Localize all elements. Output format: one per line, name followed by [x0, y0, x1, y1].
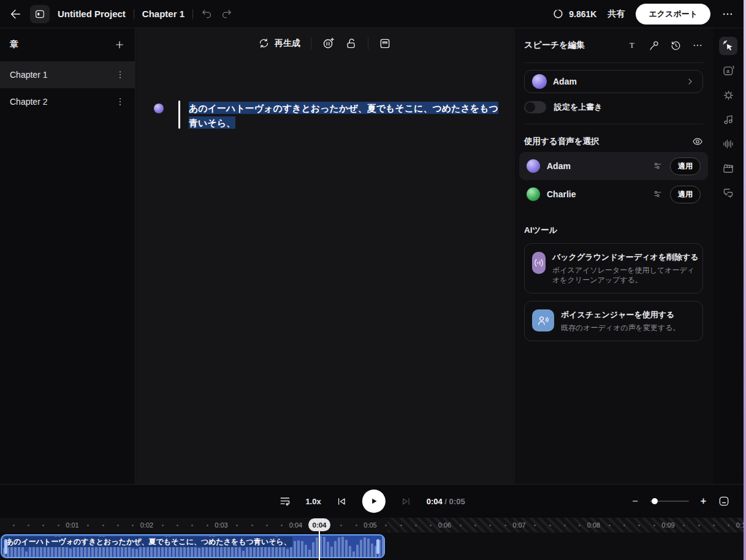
- toolbar-divider: [311, 37, 311, 50]
- editor-toolbar: 再生成: [136, 37, 513, 50]
- panel-more-icon[interactable]: [692, 40, 703, 51]
- ruler-tick-dot: [474, 524, 476, 526]
- ruler-tick-dot: [102, 524, 104, 526]
- clip-resize-handle-right[interactable]: [376, 539, 379, 554]
- studio-app: Untitled Project Chapter 1 9.861K 共有 エクス…: [0, 0, 746, 560]
- music-tool[interactable]: [719, 110, 737, 129]
- credits-counter[interactable]: 9.861K: [552, 8, 596, 20]
- voice-settings-sliders-icon[interactable]: [652, 161, 663, 172]
- feedback-tool[interactable]: [719, 184, 737, 202]
- undo-button[interactable]: [201, 8, 213, 20]
- ruler-tick-label: 0:08: [587, 521, 600, 529]
- feedback-chat-icon: [722, 187, 734, 199]
- settings-sun-icon: [722, 89, 735, 102]
- ai-tool-title: ボイスチェンジャーを使用する: [561, 309, 680, 320]
- playlist-icon[interactable]: [278, 495, 291, 507]
- regenerate-button[interactable]: 再生成: [258, 37, 300, 49]
- redo-button[interactable]: [221, 8, 232, 20]
- sidebar-item-chapter-1[interactable]: Chapter 1: [0, 61, 135, 88]
- voice-avatar: [527, 187, 540, 201]
- export-button[interactable]: エクスポート: [636, 4, 710, 25]
- ruler-tick-dot: [430, 524, 432, 526]
- clip-resize-handle-left[interactable]: [4, 539, 7, 554]
- skip-forward-icon[interactable]: [400, 496, 412, 507]
- ruler-tick-label: 0:03: [215, 521, 227, 529]
- voice-changer-icon: [532, 309, 554, 331]
- more-options-icon[interactable]: [721, 8, 734, 20]
- ruler-tick-dot: [385, 524, 387, 526]
- ruler-tick-dot: [653, 524, 655, 526]
- sound-effects-tool[interactable]: [719, 86, 737, 104]
- editor-canvas: 再生成 あのイーハトーヴォのすきとおったかぜ、夏でもそこに、つめたさをもつ青いそ…: [136, 28, 513, 484]
- ai-cursor-tool[interactable]: [719, 37, 737, 55]
- playhead-time-badge[interactable]: 0:04: [308, 518, 330, 531]
- timeline: 0:010:020:030:040:050:060:070:080:090:10…: [0, 518, 744, 560]
- topbar-divider: [134, 9, 134, 19]
- ruler-tick-label: 0:06: [438, 521, 451, 529]
- ai-tool-remove-background-audio[interactable]: バックグラウンドオーディオを削除する ボイスアイソレーターを使用してオーディオを…: [524, 243, 703, 293]
- ai-tool-description: 既存のオーディオの声を変更する。: [561, 323, 680, 333]
- lock-open-icon[interactable]: [345, 37, 357, 50]
- paragraph-text[interactable]: あのイーハトーヴォのすきとおったかぜ、夏でもそこに、つめたさをもつ青いそら、: [189, 100, 504, 130]
- dictionary-icon[interactable]: [379, 37, 391, 50]
- dock-timeline-icon[interactable]: [718, 495, 730, 507]
- voice-list: Adam 適用 Charlie 適用: [519, 152, 708, 208]
- voice-settings-sliders-icon[interactable]: [652, 189, 663, 200]
- voice-selector[interactable]: Adam: [524, 70, 703, 93]
- apply-voice-button[interactable]: 適用: [670, 186, 701, 203]
- chapter-menu-icon[interactable]: [115, 97, 125, 107]
- play-button[interactable]: [362, 490, 386, 513]
- time-separator: /: [444, 497, 447, 506]
- generation-credits-icon[interactable]: [322, 37, 335, 50]
- text-settings-icon[interactable]: T: [626, 40, 638, 51]
- ruler-tick-dot: [117, 524, 119, 526]
- zoom-slider-knob[interactable]: [652, 498, 658, 504]
- voice-avatar: [154, 104, 164, 113]
- sidebar-toggle-button[interactable]: [30, 5, 50, 23]
- apply-voice-button[interactable]: 適用: [670, 157, 701, 175]
- ruler-tick-label: 0:07: [512, 521, 525, 529]
- ruler-tick-dot: [504, 524, 506, 526]
- chevron-right-icon: [685, 77, 695, 86]
- total-time: 0:05: [449, 497, 465, 506]
- panel-title: スピーチを編集: [524, 40, 585, 51]
- topbar-divider: [192, 9, 193, 19]
- text-to-speech-tool[interactable]: a: [719, 61, 737, 80]
- voice-isolator-tool[interactable]: [719, 135, 737, 153]
- skip-back-icon[interactable]: [336, 496, 348, 507]
- chapter-breadcrumb[interactable]: Chapter 1: [142, 9, 185, 19]
- playhead-line[interactable]: [319, 530, 320, 560]
- zoom-out-button[interactable]: −: [632, 496, 638, 507]
- eye-icon[interactable]: [692, 136, 703, 147]
- voice-avatar: [527, 159, 540, 173]
- dubbing-tool[interactable]: [719, 159, 737, 178]
- voice-row-adam[interactable]: Adam 適用: [519, 152, 708, 180]
- voice-section-title: 使用する音声を選択: [524, 136, 599, 147]
- ai-tool-voice-changer[interactable]: ボイスチェンジャーを使用する 既存のオーディオの声を変更する。: [524, 301, 703, 341]
- add-chapter-button[interactable]: [114, 39, 125, 50]
- override-settings-toggle[interactable]: [524, 101, 546, 113]
- timeline-zoom-slider[interactable]: [650, 501, 689, 502]
- ruler-tick-dot: [713, 524, 715, 526]
- share-button[interactable]: 共有: [607, 9, 625, 20]
- speech-paragraph[interactable]: あのイーハトーヴォのすきとおったかぜ、夏でもそこに、つめたさをもつ青いそら、: [154, 100, 504, 130]
- zoom-in-button[interactable]: +: [701, 496, 706, 507]
- back-button[interactable]: [9, 7, 22, 21]
- ruler-tick-dot: [683, 524, 685, 526]
- playback-speed[interactable]: 1.0x: [305, 497, 321, 506]
- chapter-menu-icon[interactable]: [115, 70, 125, 80]
- project-title[interactable]: Untitled Project: [58, 9, 126, 19]
- microphone-icon[interactable]: [648, 40, 660, 51]
- audio-clip[interactable]: あのイーハトーヴォのすきとおったかぜ、夏でもそこに、つめたさをもつ青いそら、: [1, 534, 385, 558]
- sidebar-item-chapter-2[interactable]: Chapter 2: [0, 88, 135, 115]
- timeline-ruler[interactable]: 0:010:020:030:040:050:060:070:080:090:10: [0, 518, 744, 532]
- ruler-tick-dot: [340, 524, 342, 526]
- credits-ring-icon: [552, 8, 564, 20]
- voice-name: Adam: [547, 161, 571, 171]
- history-icon[interactable]: [670, 40, 682, 51]
- music-icon: [722, 113, 734, 126]
- voice-row-charlie[interactable]: Charlie 適用: [519, 180, 708, 208]
- selected-voice-name: Adam: [553, 77, 577, 86]
- regenerate-icon: [258, 37, 270, 49]
- chapters-header: 章: [10, 39, 18, 50]
